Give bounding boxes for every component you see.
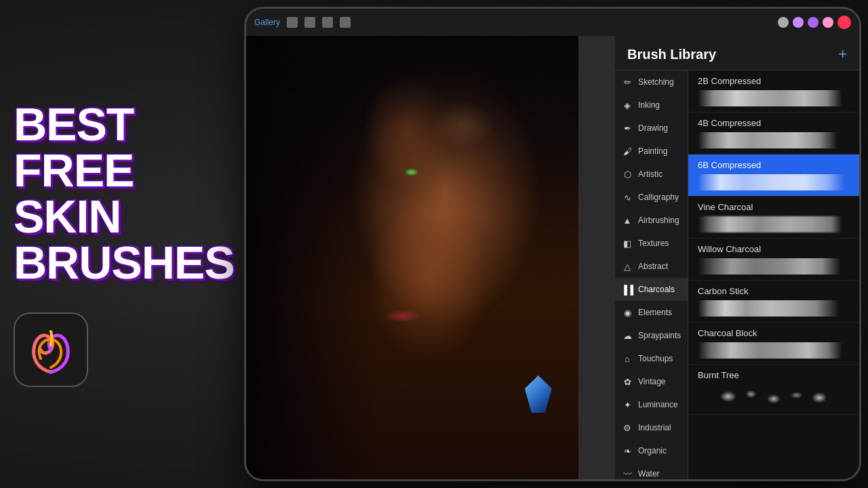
sidebar-item-industrial[interactable]: ⚙ Industrial [615, 416, 688, 439]
ipad-frame: Gallery [244, 7, 861, 481]
sidebar-item-touchups[interactable]: ⌂ Touchups [615, 347, 688, 370]
brush-name-block: Charcoal Block [698, 328, 850, 338]
category-label: Charcoals [638, 285, 675, 294]
category-label: Sketching [638, 77, 674, 87]
category-list: ✏ Sketching ◈ Inking ✒ Drawing 🖌 Paintin… [615, 70, 688, 479]
sidebar-item-textures[interactable]: ◧ Textures [615, 232, 688, 255]
topbar-icon-1[interactable] [287, 17, 298, 28]
sidebar-item-abstract[interactable]: △ Abstract [615, 255, 688, 278]
inking-icon: ◈ [622, 100, 633, 110]
sidebar-item-painting[interactable]: 🖌 Painting [615, 140, 688, 163]
brush-panel: Brush Library + ✏ Sketching ◈ Inking ✒ [615, 36, 859, 479]
brush-stroke-burnt [698, 384, 850, 409]
sidebar-item-luminance[interactable]: ✦ Luminance [615, 393, 688, 416]
brush-item-burnt[interactable]: Burnt Tree [688, 365, 859, 415]
brush-stroke-6b [698, 174, 850, 190]
brush-name-4b: 4B Compressed [698, 118, 850, 128]
sidebar-item-drawing[interactable]: ✒ Drawing [615, 117, 688, 140]
brush-item-6b[interactable]: 6B Compressed [688, 155, 859, 197]
organic-icon: ❧ [622, 445, 633, 456]
brush-name-burnt: Burnt Tree [698, 370, 850, 380]
canvas-area [246, 36, 578, 479]
brush-panel-header: Brush Library + [615, 36, 859, 70]
sidebar-item-charcoals[interactable]: ▐▐ Charcoals [615, 278, 688, 301]
category-label: Touchups [638, 354, 673, 363]
brush-name-2b: 2B Compressed [698, 76, 850, 86]
category-label: Drawing [638, 123, 668, 133]
brush-name-6b: 6B Compressed [698, 160, 850, 170]
airbrushing-icon: ▲ [622, 215, 633, 226]
brush-item-2b[interactable]: 2B Compressed [688, 70, 859, 113]
gallery-button[interactable]: Gallery [254, 18, 280, 27]
brush-stroke-willow [698, 258, 850, 274]
topbar-icon-2[interactable] [304, 17, 315, 28]
brush-list: 2B Compressed 4B Compressed 6B Compresse… [688, 70, 859, 479]
color-dot-3[interactable] [808, 17, 818, 28]
category-label: Artistic [638, 169, 663, 179]
sketching-icon: ✏ [622, 77, 633, 87]
spraypaints-icon: ☁ [622, 330, 633, 341]
topbar-icon-4[interactable] [340, 17, 351, 28]
category-label: Inking [638, 100, 660, 110]
category-label: Calligraphy [638, 192, 679, 202]
brush-item-block[interactable]: Charcoal Block [688, 323, 859, 365]
sidebar-item-inking[interactable]: ◈ Inking [615, 94, 688, 117]
sidebar-item-calligraphy[interactable]: ∿ Calligraphy [615, 186, 688, 209]
sidebar-item-elements[interactable]: ◉ Elements [615, 301, 688, 324]
category-label: Vintage [638, 377, 665, 386]
painting-icon: 🖌 [622, 146, 633, 157]
category-label: Organic [638, 446, 667, 455]
brush-item-willow[interactable]: Willow Charcoal [688, 239, 859, 281]
sidebar-item-sketching[interactable]: ✏ Sketching [615, 70, 688, 94]
ipad-topbar: Gallery [246, 9, 859, 36]
topbar-left: Gallery [254, 17, 351, 28]
textures-icon: ◧ [622, 238, 633, 249]
topbar-icons [287, 17, 351, 28]
elements-icon: ◉ [622, 307, 633, 318]
add-brush-button[interactable]: + [838, 45, 847, 63]
sidebar-item-organic[interactable]: ❧ Organic [615, 439, 688, 462]
sidebar-item-airbrushing[interactable]: ▲ Airbrushing [615, 209, 688, 232]
abstract-icon: △ [622, 261, 633, 272]
category-label: Abstract [638, 262, 668, 271]
brush-library-title: Brush Library [627, 47, 716, 62]
brush-name-willow: Willow Charcoal [698, 244, 850, 254]
brush-panel-content: ✏ Sketching ◈ Inking ✒ Drawing 🖌 Paintin… [615, 70, 859, 479]
industrial-icon: ⚙ [622, 422, 633, 433]
touchups-icon: ⌂ [622, 353, 633, 364]
category-label: Painting [638, 146, 667, 156]
brush-name-vine: Vine Charcoal [698, 202, 850, 212]
vintage-icon: ✿ [622, 376, 633, 387]
category-label: Elements [638, 308, 672, 317]
brush-item-vine[interactable]: Vine Charcoal [688, 197, 859, 239]
category-label: Industrial [638, 423, 671, 432]
brush-item-carbon[interactable]: Carbon Stick [688, 281, 859, 323]
color-dot-4[interactable] [823, 17, 833, 28]
category-label: Luminance [638, 400, 678, 409]
drawing-icon: ✒ [622, 123, 633, 134]
color-dot-1[interactable] [778, 17, 789, 28]
category-label: Spraypaints [638, 331, 681, 340]
category-label: Airbrushing [638, 216, 679, 225]
color-dot-2[interactable] [793, 17, 804, 28]
category-label: Water [638, 469, 660, 479]
sidebar-item-artistic[interactable]: ⬡ Artistic [615, 163, 688, 186]
topbar-icon-3[interactable] [322, 17, 333, 28]
luminance-icon: ✦ [622, 399, 633, 410]
brush-stroke-2b [698, 90, 850, 106]
brush-stroke-vine [698, 216, 850, 232]
artistic-icon: ⬡ [622, 169, 633, 180]
brush-stroke-carbon [698, 300, 850, 317]
color-dot-5[interactable] [837, 16, 851, 29]
water-icon: 〰 [622, 468, 633, 479]
brush-stroke-4b [698, 132, 850, 148]
sidebar-item-vintage[interactable]: ✿ Vintage [615, 370, 688, 393]
portrait-canvas [246, 36, 578, 479]
topbar-right [778, 16, 851, 29]
sidebar-item-water[interactable]: 〰 Water [615, 462, 688, 479]
brush-stroke-block [698, 342, 850, 359]
brush-item-4b[interactable]: 4B Compressed [688, 113, 859, 155]
category-label: Textures [638, 239, 669, 248]
sidebar-item-spraypaints[interactable]: ☁ Spraypaints [615, 324, 688, 347]
charcoals-icon: ▐▐ [622, 284, 633, 295]
